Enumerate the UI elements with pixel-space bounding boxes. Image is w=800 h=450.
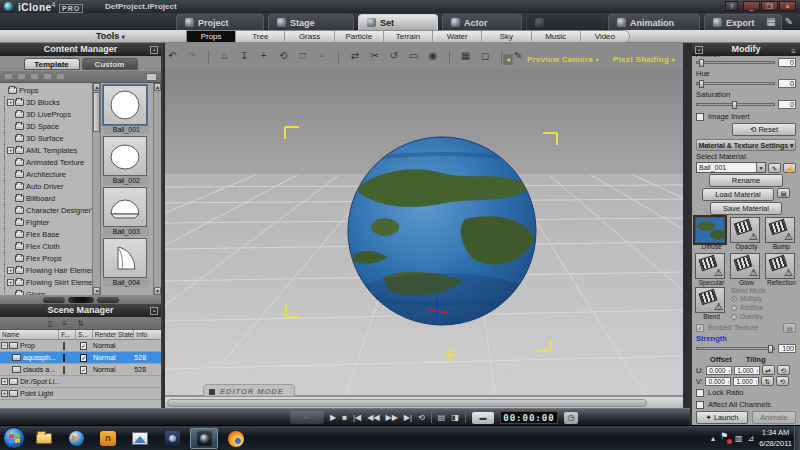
group-icon[interactable]: ≡	[62, 319, 67, 328]
scene-row-prop[interactable]: −Prop ✓ Normal	[0, 340, 161, 352]
subtab-music[interactable]: Music	[532, 31, 581, 42]
tree-item-aml-templates[interactable]: +AML Templates	[4, 144, 92, 156]
subtab-particle[interactable]: Particle	[335, 31, 384, 42]
refresh-icon[interactable]: ⇅	[77, 319, 84, 328]
tree-item-flowing-skirt[interactable]: +Flowing Skirt Elements V	[4, 276, 92, 288]
tree-item-flex-props[interactable]: Flex Props	[4, 252, 92, 264]
open-folder-icon[interactable]: ▤	[777, 188, 790, 198]
radio-icon[interactable]	[731, 305, 737, 311]
redo-icon[interactable]: ↷	[185, 45, 198, 67]
tab-set[interactable]: Set	[358, 14, 438, 30]
channel-glow[interactable]: ⚠ Glow	[730, 253, 763, 287]
splitter-handle[interactable]	[43, 297, 65, 303]
image-invert-checkbox[interactable]	[696, 113, 704, 121]
play-icon[interactable]: ▶	[330, 410, 336, 425]
show-checkbox[interactable]: ✓	[80, 366, 87, 374]
scene-row-aquasphere[interactable]: aquasph... ✓ Normal 528	[0, 352, 161, 364]
pen-tool-icon[interactable]: ✎	[782, 15, 796, 28]
expand-icon[interactable]: +	[1, 378, 8, 385]
strength-slider[interactable]	[696, 347, 775, 350]
scroll-up-icon[interactable]: ▲	[154, 83, 161, 91]
start-button[interactable]	[3, 427, 25, 449]
show-checkbox[interactable]: ✓	[80, 354, 87, 362]
radio-icon[interactable]	[731, 296, 737, 302]
export-texture-icon[interactable]: ▤	[783, 323, 796, 333]
subtab-water[interactable]: Water	[433, 31, 482, 42]
sort-icon[interactable]	[43, 73, 52, 80]
flip-u-icon[interactable]: ⇄	[762, 365, 775, 375]
subtab-terrain[interactable]: Terrain	[384, 31, 433, 42]
column-fade[interactable]: F...	[59, 330, 76, 339]
blend-additive-option[interactable]: Additive	[731, 303, 798, 312]
tree-scrollbar[interactable]: ▲ ▼	[92, 83, 100, 295]
blend-multiply-option[interactable]: Multiply	[731, 294, 798, 303]
tree-item-fighter[interactable]: Fighter	[4, 216, 92, 228]
chevron-down-icon[interactable]: ▼	[756, 163, 765, 172]
image-invert-row[interactable]: Image Invert	[692, 110, 800, 122]
scroll-down-icon[interactable]: ▼	[93, 287, 100, 295]
scroll-down-icon[interactable]: ▼	[154, 287, 161, 295]
panel-splitter[interactable]	[0, 295, 161, 304]
taskbar-explorer[interactable]	[30, 428, 58, 449]
tab-project[interactable]: Project	[176, 14, 264, 30]
subtab-video[interactable]: Video	[581, 31, 629, 42]
tree-item-3d-blocks[interactable]: +3D Blocks	[4, 96, 92, 108]
orbit-camera-icon[interactable]: ↺	[387, 45, 400, 67]
tab-actor[interactable]: Actor	[442, 14, 522, 30]
v-offset-spinner[interactable]: 0.000	[705, 377, 731, 386]
blend-overlay-option[interactable]: Overlay	[731, 312, 798, 321]
scene-row-clouds[interactable]: clauds a... ✓ Normal 528	[0, 364, 161, 376]
channel-diffuse[interactable]: Diffuse	[695, 217, 728, 251]
contrast-value[interactable]: 0	[778, 58, 796, 67]
channel-opacity[interactable]: ⚠ Opacity	[730, 217, 763, 251]
lock-ratio-checkbox[interactable]	[696, 389, 704, 397]
column-render-state[interactable]: Render State	[93, 330, 134, 339]
taskbar-firefox[interactable]	[222, 428, 250, 449]
view-small-icon[interactable]	[17, 73, 26, 80]
rotate-icon[interactable]: ⟲	[277, 45, 290, 67]
taskbar-media-player[interactable]	[62, 428, 90, 449]
channel-specular[interactable]: ⚠ Specular	[695, 253, 728, 287]
expand-icon[interactable]: +	[7, 147, 14, 154]
show-desktop-button[interactable]	[794, 426, 800, 450]
slider-thumb[interactable]	[768, 345, 773, 353]
tray-clock[interactable]: 1:34 AM 6/28/2011	[759, 428, 792, 449]
channel-reflection[interactable]: ⚠ Reflection	[765, 253, 798, 287]
slider-thumb[interactable]	[732, 101, 737, 109]
scroll-up-icon[interactable]: ▲	[93, 83, 100, 91]
zoom-camera-icon[interactable]: ◉	[426, 45, 439, 67]
thumbnail-ball-002[interactable]: Ball_002	[103, 136, 149, 185]
collapse-icon[interactable]: −	[1, 342, 8, 349]
tools-menu[interactable]: Tools ▾	[96, 31, 125, 41]
scene-row-dir-spot-light[interactable]: +Dir./Spot Li...	[0, 376, 161, 388]
strength-value[interactable]: 100	[778, 344, 796, 353]
material-texture-section-header[interactable]: Material & Texture Settings ▾	[696, 139, 796, 151]
fade-checkbox[interactable]	[63, 342, 65, 350]
camera-view-icon[interactable]: ▦	[459, 45, 472, 67]
tab-template[interactable]: Template	[24, 58, 80, 70]
show-checkbox[interactable]: ✓	[80, 342, 87, 350]
prev-frame-icon[interactable]: ◀◀	[367, 410, 379, 425]
column-info[interactable]: Info	[134, 330, 161, 339]
slider-thumb[interactable]	[699, 80, 704, 88]
taskbar-iclone[interactable]	[190, 428, 218, 449]
taskbar-media-app[interactable]	[158, 428, 186, 449]
pick-material-icon[interactable]: ☝	[783, 163, 796, 173]
collapse-icon[interactable]: ▪	[150, 307, 158, 315]
slider-thumb[interactable]	[699, 59, 704, 67]
expand-icon[interactable]: +	[1, 390, 8, 397]
expand-icon[interactable]: +	[7, 279, 14, 286]
view-large-icon[interactable]	[4, 73, 13, 80]
camera-back-icon[interactable]: ◂	[503, 54, 513, 65]
tree-item-3d-space[interactable]: 3D Space	[4, 120, 92, 132]
subtab-sky[interactable]: Sky	[482, 31, 531, 42]
viewport-3d[interactable]: ↶ ↷ ⌂ ↧ + ⟲ □ ▫ ⇄ ✂ ↺ ▭ ◉ ▦ ◻ ✎ ◂ Previe…	[165, 43, 683, 408]
delete-icon[interactable]: ▯	[48, 319, 52, 328]
render-state[interactable]: Normal	[93, 340, 134, 352]
filter-icon[interactable]	[56, 73, 65, 80]
eyedropper-icon[interactable]: ✎	[768, 163, 781, 173]
affect-all-checkbox[interactable]	[696, 401, 704, 409]
mirror-icon[interactable]: ⇄	[349, 45, 362, 67]
loop-icon[interactable]: ⟲	[418, 410, 425, 425]
reset-button[interactable]: ⟲ Reset	[732, 123, 796, 136]
